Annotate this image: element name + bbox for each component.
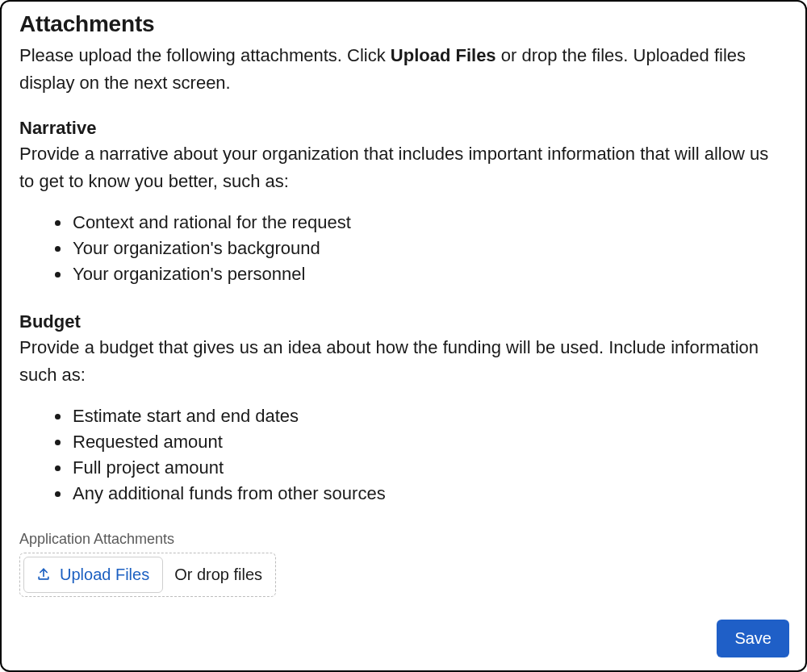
- intro-bold: Upload Files: [391, 45, 496, 65]
- upload-icon: [36, 566, 52, 582]
- save-button[interactable]: Save: [717, 620, 789, 657]
- upload-files-button[interactable]: Upload Files: [23, 557, 163, 593]
- attachments-panel: Attachments Please upload the following …: [0, 0, 807, 672]
- budget-bullet: Estimate start and end dates: [71, 403, 788, 429]
- intro-text: Please upload the following attachments.…: [19, 42, 788, 97]
- upload-field-label: Application Attachments: [19, 531, 788, 548]
- narrative-bullet: Context and rational for the request: [71, 210, 788, 236]
- intro-pre: Please upload the following attachments.…: [19, 45, 391, 65]
- narrative-list: Context and rational for the request You…: [19, 210, 788, 287]
- budget-heading: Budget: [19, 311, 788, 332]
- file-dropzone[interactable]: Upload Files Or drop files: [19, 553, 276, 597]
- budget-bullet: Requested amount: [71, 429, 788, 455]
- budget-bullet: Any additional funds from other sources: [71, 481, 788, 507]
- narrative-desc: Provide a narrative about your organizat…: [19, 140, 788, 195]
- budget-list: Estimate start and end dates Requested a…: [19, 403, 788, 507]
- narrative-bullet: Your organization's personnel: [71, 261, 788, 287]
- budget-bullet: Full project amount: [71, 455, 788, 481]
- narrative-heading: Narrative: [19, 118, 788, 139]
- drop-hint-text: Or drop files: [174, 566, 262, 584]
- page-title: Attachments: [19, 11, 788, 37]
- upload-button-label: Upload Files: [60, 566, 149, 584]
- budget-desc: Provide a budget that gives us an idea a…: [19, 334, 788, 389]
- narrative-bullet: Your organization's background: [71, 236, 788, 261]
